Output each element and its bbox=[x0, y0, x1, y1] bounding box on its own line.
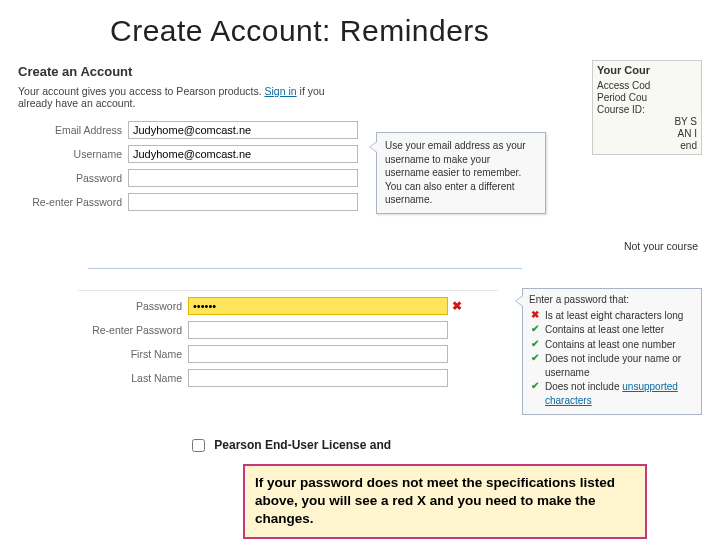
tooltip-pointer-icon bbox=[369, 141, 377, 153]
course-panel-line: end bbox=[597, 140, 697, 151]
username-label: Username bbox=[18, 148, 128, 160]
course-panel-line: AN I bbox=[597, 128, 697, 139]
req-item: ✔ Does not include your name or username bbox=[529, 352, 695, 379]
reenter-field-top[interactable] bbox=[128, 193, 358, 211]
username-field[interactable] bbox=[128, 145, 358, 163]
check-icon: ✔ bbox=[529, 380, 541, 392]
req-text: Contains at least one number bbox=[545, 338, 676, 352]
check-icon: ✔ bbox=[529, 352, 541, 364]
license-checkbox[interactable] bbox=[192, 439, 205, 452]
signin-link[interactable]: Sign in bbox=[265, 85, 297, 97]
callout-box: If your password does not meet the speci… bbox=[243, 464, 647, 539]
last-name-field[interactable] bbox=[188, 369, 448, 387]
invalid-x-icon: ✖ bbox=[452, 299, 466, 313]
req-text: Does not include your name or username bbox=[545, 352, 695, 379]
password-field-top[interactable] bbox=[128, 169, 358, 187]
first-name-label: First Name bbox=[78, 348, 188, 360]
callout-text: If your password does not meet the speci… bbox=[255, 475, 615, 526]
req-text: Does not include unsupported characters bbox=[545, 380, 695, 407]
email-field[interactable] bbox=[128, 121, 358, 139]
req-item: ✔ Contains at least one number bbox=[529, 338, 695, 352]
course-panel: Your Cour Access Cod Period Cou Course I… bbox=[592, 60, 702, 155]
license-row: Pearson End-User License and bbox=[188, 436, 391, 455]
not-your-course-text: Not your course bbox=[624, 240, 698, 252]
course-panel-line: Period Cou bbox=[597, 92, 697, 103]
username-tooltip: Use your email address as your username … bbox=[376, 132, 546, 214]
course-panel-title: Your Cour bbox=[597, 64, 697, 76]
tooltip-pointer-icon bbox=[515, 295, 523, 307]
password-label-top: Password bbox=[18, 172, 128, 184]
req-item: ✔ Contains at least one letter bbox=[529, 323, 695, 337]
course-panel-line: BY S bbox=[597, 116, 697, 127]
first-name-field[interactable] bbox=[188, 345, 448, 363]
second-form: Password ✖ Re-enter Password First Name … bbox=[78, 290, 498, 393]
section-divider bbox=[88, 268, 522, 269]
requirements-title: Enter a password that: bbox=[529, 293, 695, 307]
row-reenter-top: Re-enter Password bbox=[18, 193, 702, 211]
course-panel-line: Access Cod bbox=[597, 80, 697, 91]
email-label: Email Address bbox=[18, 124, 128, 136]
req-item: ✔ Does not include unsupported character… bbox=[529, 380, 695, 407]
row-last-name: Last Name bbox=[78, 369, 498, 387]
req-text: Contains at least one letter bbox=[545, 323, 664, 337]
page-area: Create an Account Your account gives you… bbox=[18, 60, 702, 530]
check-icon: ✔ bbox=[529, 323, 541, 335]
password-field-bottom[interactable] bbox=[188, 297, 448, 315]
req-item: ✖ Is at least eight characters long bbox=[529, 309, 695, 323]
reenter-label-top: Re-enter Password bbox=[18, 196, 128, 208]
row-first-name: First Name bbox=[78, 345, 498, 363]
intro-text: Your account gives you access to Pearson… bbox=[18, 85, 338, 109]
license-text: Pearson End-User License and bbox=[214, 438, 391, 452]
x-icon: ✖ bbox=[529, 309, 541, 321]
check-icon: ✔ bbox=[529, 338, 541, 350]
password-requirements-box: Enter a password that: ✖ Is at least eig… bbox=[522, 288, 702, 415]
row-password-top: Password bbox=[18, 169, 702, 187]
slide-title: Create Account: Reminders bbox=[110, 14, 720, 48]
password-label-bottom: Password bbox=[78, 300, 188, 312]
username-tooltip-text: Use your email address as your username … bbox=[385, 140, 526, 205]
course-panel-line: Course ID: bbox=[597, 104, 697, 115]
intro-pre: Your account gives you access to Pearson… bbox=[18, 85, 265, 97]
reenter-label-bottom: Re-enter Password bbox=[78, 324, 188, 336]
req-text-pre: Does not include bbox=[545, 381, 622, 392]
req-text: Is at least eight characters long bbox=[545, 309, 683, 323]
row-password-bottom: Password ✖ bbox=[78, 297, 498, 315]
last-name-label: Last Name bbox=[78, 372, 188, 384]
row-reenter-bottom: Re-enter Password bbox=[78, 321, 498, 339]
reenter-field-bottom[interactable] bbox=[188, 321, 448, 339]
